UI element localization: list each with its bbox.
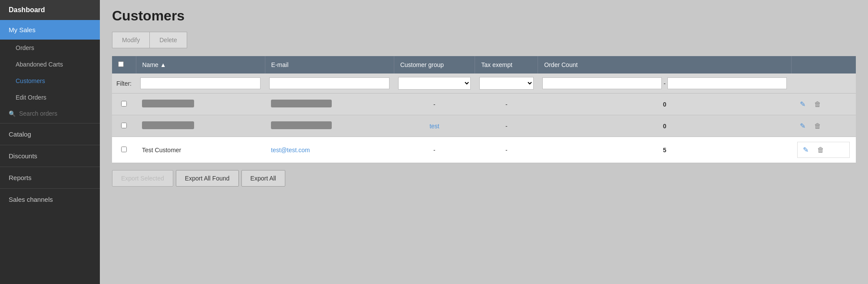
modify-button[interactable]: Modify	[112, 32, 149, 48]
filter-customer-group-cell	[394, 74, 475, 94]
sidebar-item-dashboard[interactable]: Dashboard	[0, 0, 100, 20]
row3-actions-cell: ✎ 🗑	[791, 137, 856, 163]
main-content: Customers Modify Delete Name ▲ E-mail Cu…	[100, 0, 868, 284]
filter-email-cell	[265, 74, 394, 94]
row1-group-cell: -	[394, 94, 475, 115]
filter-order-min-input[interactable]	[542, 77, 662, 89]
sidebar-item-abandoned-carts[interactable]: Abandoned Carts	[0, 56, 100, 73]
page-title: Customers	[112, 8, 856, 24]
row2-name-blurred	[142, 121, 194, 129]
filter-tax-exempt-select[interactable]	[479, 77, 534, 90]
row1-email-cell	[265, 94, 394, 115]
row1-checkbox-cell	[112, 94, 136, 115]
bottom-toolbar: Export Selected Export All Found Export …	[112, 170, 856, 187]
row3-name: Test Customer	[142, 147, 181, 154]
col-tax-exempt: Tax exempt	[475, 56, 538, 74]
row2-name-cell	[136, 115, 265, 137]
row1-order-count: 0	[538, 94, 792, 115]
filter-name-input[interactable]	[140, 77, 261, 89]
row1-email-blurred	[271, 100, 332, 107]
row2-email-blurred	[271, 121, 332, 129]
row1-name-blurred	[142, 100, 194, 107]
action-toolbar: Modify Delete	[112, 32, 856, 48]
row2-group-link[interactable]: test	[429, 123, 439, 130]
table-row: test - 0 ✎ 🗑	[112, 115, 856, 137]
filter-email-input[interactable]	[269, 77, 389, 89]
row3-checkbox-cell	[112, 137, 136, 163]
row2-order-count: 0	[538, 115, 792, 137]
col-email: E-mail	[265, 56, 394, 74]
search-input[interactable]	[19, 110, 91, 117]
sidebar-item-discounts[interactable]: Discounts	[0, 147, 100, 165]
row3-tax-cell: -	[475, 137, 538, 163]
sidebar-item-sales-channels[interactable]: Sales channels	[0, 190, 100, 208]
filter-label: Filter:	[116, 80, 132, 87]
row3-checkbox[interactable]	[121, 147, 127, 152]
sort-asc-icon: ▲	[160, 61, 166, 68]
row1-actions-cell: ✎ 🗑	[791, 94, 856, 115]
filter-row: Filter:	[112, 74, 856, 94]
filter-actions-cell	[791, 74, 856, 94]
select-all-header	[112, 56, 136, 74]
row2-checkbox[interactable]	[121, 123, 127, 128]
row2-tax-cell: -	[475, 115, 538, 137]
row2-checkbox-cell	[112, 115, 136, 137]
filter-tax-exempt-cell	[475, 74, 538, 94]
filter-name-cell	[136, 74, 265, 94]
filter-order-count-cell: -	[538, 74, 792, 94]
col-order-count: Order Count	[538, 56, 792, 74]
sidebar-item-orders[interactable]: Orders	[0, 40, 100, 56]
sidebar-search-wrap: 🔍	[0, 106, 100, 121]
sidebar-item-catalog[interactable]: Catalog	[0, 125, 100, 143]
col-customer-group: Customer group	[394, 56, 475, 74]
search-icon: 🔍	[9, 110, 16, 117]
row2-actions-cell: ✎ 🗑	[791, 115, 856, 137]
customers-table: Name ▲ E-mail Customer group Tax exempt …	[112, 56, 856, 163]
sidebar: Dashboard My Sales Orders Abandoned Cart…	[0, 0, 100, 284]
row3-email-link[interactable]: test@test.com	[271, 147, 310, 154]
export-selected-button[interactable]: Export Selected	[112, 170, 173, 187]
filter-customer-group-select[interactable]	[398, 77, 471, 90]
row3-edit-button[interactable]: ✎	[800, 144, 811, 156]
sidebar-item-reports[interactable]: Reports	[0, 169, 100, 187]
row1-name-cell	[136, 94, 265, 115]
filter-order-max-input[interactable]	[667, 77, 787, 89]
row3-name-cell: Test Customer	[136, 137, 265, 163]
table-row: Test Customer test@test.com - - 5 ✎ 🗑	[112, 137, 856, 163]
row3-order-count: 5	[538, 137, 792, 163]
row3-group-cell: -	[394, 137, 475, 163]
row3-delete-button[interactable]: 🗑	[815, 144, 827, 156]
export-all-button[interactable]: Export All	[241, 170, 285, 187]
row2-email-cell	[265, 115, 394, 137]
col-name[interactable]: Name ▲	[136, 56, 265, 74]
row1-checkbox[interactable]	[121, 101, 127, 107]
col-actions	[791, 56, 856, 74]
row2-group-cell: test	[394, 115, 475, 137]
select-all-checkbox[interactable]	[118, 61, 124, 67]
delete-button[interactable]: Delete	[149, 32, 187, 48]
row3-email-cell: test@test.com	[265, 137, 394, 163]
row1-tax-cell: -	[475, 94, 538, 115]
row2-edit-button[interactable]: ✎	[797, 120, 808, 132]
sidebar-item-edit-orders[interactable]: Edit Orders	[0, 89, 100, 106]
export-all-found-button[interactable]: Export All Found	[176, 170, 239, 187]
sidebar-item-customers[interactable]: Customers	[0, 73, 100, 89]
filter-label-cell: Filter:	[112, 74, 136, 94]
sidebar-item-my-sales[interactable]: My Sales	[0, 20, 100, 40]
row1-delete-button[interactable]: 🗑	[812, 99, 824, 110]
table-row: - - 0 ✎ 🗑	[112, 94, 856, 115]
row1-edit-button[interactable]: ✎	[797, 98, 808, 110]
row2-delete-button[interactable]: 🗑	[812, 120, 824, 132]
